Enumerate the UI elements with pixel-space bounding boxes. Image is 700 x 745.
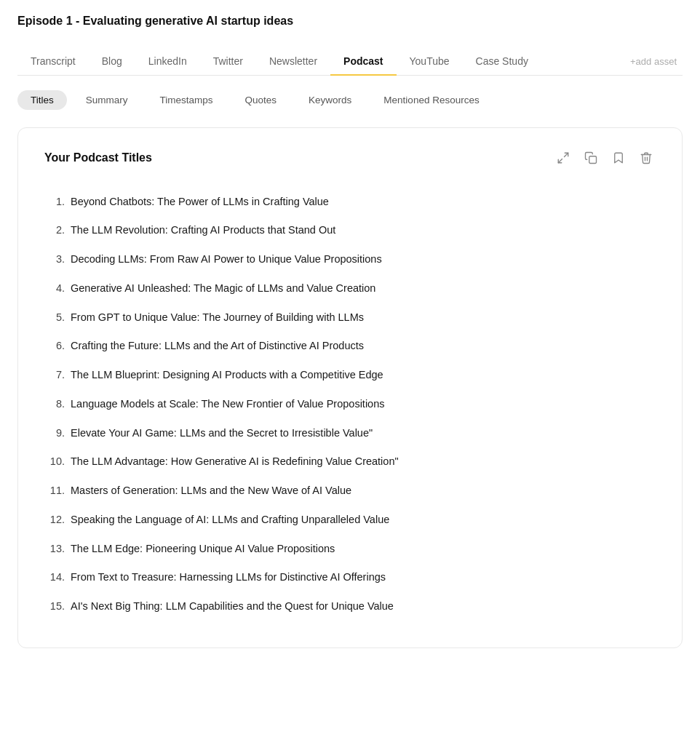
title-number: 2. bbox=[44, 223, 65, 239]
list-item: 11.Masters of Generation: LLMs and the N… bbox=[44, 477, 656, 506]
subtab-summary[interactable]: Summary bbox=[73, 90, 141, 110]
title-number: 12. bbox=[44, 512, 65, 528]
bookmark-icon bbox=[612, 151, 625, 164]
copy-button[interactable] bbox=[581, 148, 600, 167]
title-number: 8. bbox=[44, 397, 65, 413]
title-number: 9. bbox=[44, 426, 65, 442]
sub-tabs: Titles Summary Timestamps Quotes Keyword… bbox=[17, 90, 683, 110]
trash-icon bbox=[640, 151, 653, 164]
title-text: The LLM Advantage: How Generative AI is … bbox=[71, 454, 656, 470]
list-item: 10.The LLM Advantage: How Generative AI … bbox=[44, 447, 656, 477]
title-number: 11. bbox=[44, 483, 65, 499]
card-actions bbox=[554, 148, 656, 167]
title-text: Generative AI Unleashed: The Magic of LL… bbox=[71, 281, 656, 297]
title-number: 14. bbox=[44, 570, 65, 586]
list-item: 15.AI's Next Big Thing: LLM Capabilities… bbox=[44, 592, 656, 621]
tab-casestudy[interactable]: Case Study bbox=[463, 48, 541, 76]
list-item: 7.The LLM Blueprint: Designing AI Produc… bbox=[44, 361, 656, 390]
title-number: 7. bbox=[44, 367, 65, 383]
list-item: 8.Language Models at Scale: The New Fron… bbox=[44, 390, 656, 419]
card-header: Your Podcast Titles bbox=[44, 148, 656, 167]
title-number: 13. bbox=[44, 541, 65, 557]
tab-youtube[interactable]: YouTube bbox=[397, 48, 463, 76]
delete-button[interactable] bbox=[637, 148, 656, 167]
title-text: From Text to Treasure: Harnessing LLMs f… bbox=[71, 570, 656, 586]
title-number: 5. bbox=[44, 310, 65, 326]
title-text: The LLM Revolution: Crafting AI Products… bbox=[71, 223, 656, 239]
title-text: Speaking the Language of AI: LLMs and Cr… bbox=[71, 512, 656, 528]
add-asset-button[interactable]: +add asset bbox=[624, 49, 683, 74]
tab-linkedin[interactable]: LinkedIn bbox=[135, 48, 200, 76]
tab-podcast[interactable]: Podcast bbox=[330, 48, 396, 76]
title-number: 6. bbox=[44, 338, 65, 354]
list-item: 1.Beyond Chatbots: The Power of LLMs in … bbox=[44, 188, 656, 217]
nav-tabs: Transcript Blog LinkedIn Twitter Newslet… bbox=[17, 48, 683, 76]
title-number: 1. bbox=[44, 194, 65, 210]
title-number: 4. bbox=[44, 281, 65, 297]
subtab-quotes[interactable]: Quotes bbox=[232, 90, 290, 110]
list-item: 2.The LLM Revolution: Crafting AI Produc… bbox=[44, 216, 656, 245]
content-card: Your Podcast Titles bbox=[17, 127, 683, 648]
svg-line-0 bbox=[565, 153, 568, 156]
bookmark-button[interactable] bbox=[609, 148, 628, 167]
list-item: 14.From Text to Treasure: Harnessing LLM… bbox=[44, 563, 656, 592]
svg-line-1 bbox=[558, 159, 562, 162]
card-title: Your Podcast Titles bbox=[44, 151, 152, 164]
list-item: 9.Elevate Your AI Game: LLMs and the Sec… bbox=[44, 419, 656, 448]
title-number: 15. bbox=[44, 599, 65, 615]
title-text: Masters of Generation: LLMs and the New … bbox=[71, 483, 656, 499]
tab-newsletter[interactable]: Newsletter bbox=[256, 48, 330, 76]
subtab-mentioned-resources[interactable]: Mentioned Resources bbox=[370, 90, 492, 110]
subtab-titles[interactable]: Titles bbox=[17, 90, 67, 110]
title-text: Elevate Your AI Game: LLMs and the Secre… bbox=[71, 426, 656, 442]
title-text: Language Models at Scale: The New Fronti… bbox=[71, 397, 656, 413]
title-number: 3. bbox=[44, 252, 65, 268]
list-item: 4.Generative AI Unleashed: The Magic of … bbox=[44, 274, 656, 303]
tab-blog[interactable]: Blog bbox=[89, 48, 135, 76]
copy-icon bbox=[584, 151, 597, 164]
list-item: 6.Crafting the Future: LLMs and the Art … bbox=[44, 332, 656, 361]
collapse-icon bbox=[557, 151, 570, 164]
title-text: AI's Next Big Thing: LLM Capabilities an… bbox=[71, 599, 656, 615]
title-text: The LLM Edge: Pioneering Unique AI Value… bbox=[71, 541, 656, 557]
list-item: 5.From GPT to Unique Value: The Journey … bbox=[44, 303, 656, 332]
svg-rect-2 bbox=[589, 156, 597, 163]
title-text: The LLM Blueprint: Designing AI Products… bbox=[71, 367, 656, 383]
title-text: Beyond Chatbots: The Power of LLMs in Cr… bbox=[71, 194, 656, 210]
collapse-button[interactable] bbox=[554, 148, 573, 167]
title-text: Decoding LLMs: From Raw AI Power to Uniq… bbox=[71, 252, 656, 268]
title-text: Crafting the Future: LLMs and the Art of… bbox=[71, 338, 656, 354]
list-item: 12.Speaking the Language of AI: LLMs and… bbox=[44, 506, 656, 535]
list-item: 13.The LLM Edge: Pioneering Unique AI Va… bbox=[44, 535, 656, 564]
tab-transcript[interactable]: Transcript bbox=[17, 48, 89, 76]
subtab-keywords[interactable]: Keywords bbox=[295, 90, 365, 110]
tab-twitter[interactable]: Twitter bbox=[200, 48, 256, 76]
titles-list: 1.Beyond Chatbots: The Power of LLMs in … bbox=[44, 188, 656, 621]
title-number: 10. bbox=[44, 454, 65, 470]
episode-title: Episode 1 - Evaluating generative AI sta… bbox=[17, 15, 683, 28]
subtab-timestamps[interactable]: Timestamps bbox=[147, 90, 226, 110]
list-item: 3.Decoding LLMs: From Raw AI Power to Un… bbox=[44, 245, 656, 274]
title-text: From GPT to Unique Value: The Journey of… bbox=[71, 310, 656, 326]
